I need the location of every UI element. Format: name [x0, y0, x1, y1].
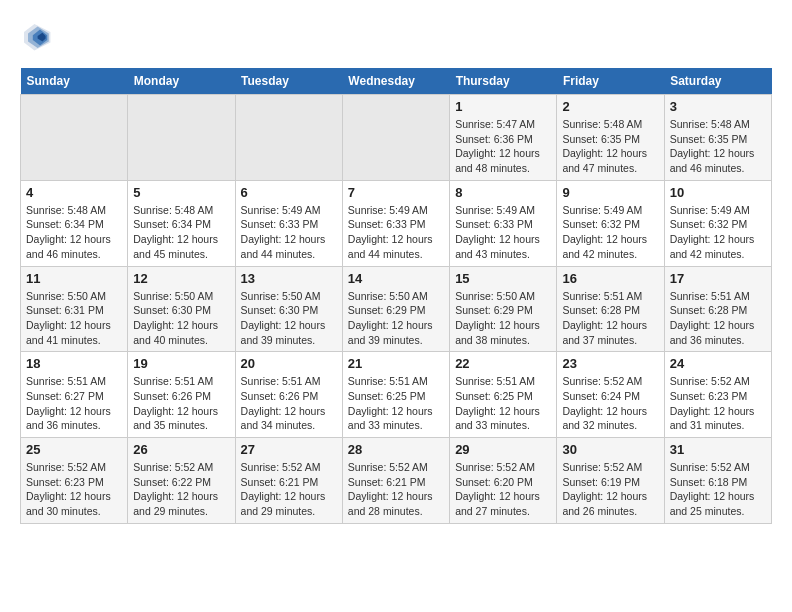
- calendar-cell: 15Sunrise: 5:50 AMSunset: 6:29 PMDayligh…: [450, 266, 557, 352]
- day-number: 18: [26, 356, 122, 371]
- cell-content: Sunrise: 5:51 AMSunset: 6:26 PMDaylight:…: [241, 374, 337, 433]
- calendar-cell: 20Sunrise: 5:51 AMSunset: 6:26 PMDayligh…: [235, 352, 342, 438]
- calendar-cell: 16Sunrise: 5:51 AMSunset: 6:28 PMDayligh…: [557, 266, 664, 352]
- calendar-cell: 19Sunrise: 5:51 AMSunset: 6:26 PMDayligh…: [128, 352, 235, 438]
- calendar-cell: 3Sunrise: 5:48 AMSunset: 6:35 PMDaylight…: [664, 95, 771, 181]
- cell-content: Sunrise: 5:52 AMSunset: 6:22 PMDaylight:…: [133, 460, 229, 519]
- day-number: 5: [133, 185, 229, 200]
- calendar-cell: 7Sunrise: 5:49 AMSunset: 6:33 PMDaylight…: [342, 180, 449, 266]
- cell-content: Sunrise: 5:49 AMSunset: 6:33 PMDaylight:…: [348, 203, 444, 262]
- day-number: 29: [455, 442, 551, 457]
- day-number: 15: [455, 271, 551, 286]
- day-number: 14: [348, 271, 444, 286]
- cell-content: Sunrise: 5:51 AMSunset: 6:26 PMDaylight:…: [133, 374, 229, 433]
- calendar-cell: 18Sunrise: 5:51 AMSunset: 6:27 PMDayligh…: [21, 352, 128, 438]
- day-number: 22: [455, 356, 551, 371]
- calendar-cell: 24Sunrise: 5:52 AMSunset: 6:23 PMDayligh…: [664, 352, 771, 438]
- cell-content: Sunrise: 5:50 AMSunset: 6:31 PMDaylight:…: [26, 289, 122, 348]
- day-number: 8: [455, 185, 551, 200]
- calendar-table: SundayMondayTuesdayWednesdayThursdayFrid…: [20, 68, 772, 524]
- calendar-cell: 25Sunrise: 5:52 AMSunset: 6:23 PMDayligh…: [21, 438, 128, 524]
- weekday-header: Sunday: [21, 68, 128, 95]
- day-number: 27: [241, 442, 337, 457]
- calendar-cell: 2Sunrise: 5:48 AMSunset: 6:35 PMDaylight…: [557, 95, 664, 181]
- weekday-header: Friday: [557, 68, 664, 95]
- calendar-cell: 23Sunrise: 5:52 AMSunset: 6:24 PMDayligh…: [557, 352, 664, 438]
- weekday-header: Wednesday: [342, 68, 449, 95]
- cell-content: Sunrise: 5:50 AMSunset: 6:29 PMDaylight:…: [348, 289, 444, 348]
- weekday-header: Monday: [128, 68, 235, 95]
- cell-content: Sunrise: 5:52 AMSunset: 6:24 PMDaylight:…: [562, 374, 658, 433]
- cell-content: Sunrise: 5:50 AMSunset: 6:29 PMDaylight:…: [455, 289, 551, 348]
- weekday-header: Tuesday: [235, 68, 342, 95]
- day-number: 23: [562, 356, 658, 371]
- cell-content: Sunrise: 5:48 AMSunset: 6:34 PMDaylight:…: [133, 203, 229, 262]
- calendar-cell: 29Sunrise: 5:52 AMSunset: 6:20 PMDayligh…: [450, 438, 557, 524]
- logo-icon: [20, 20, 52, 52]
- calendar-cell: 8Sunrise: 5:49 AMSunset: 6:33 PMDaylight…: [450, 180, 557, 266]
- calendar-cell: [128, 95, 235, 181]
- cell-content: Sunrise: 5:51 AMSunset: 6:27 PMDaylight:…: [26, 374, 122, 433]
- day-number: 25: [26, 442, 122, 457]
- page-header: [20, 20, 772, 52]
- calendar-week-row: 11Sunrise: 5:50 AMSunset: 6:31 PMDayligh…: [21, 266, 772, 352]
- day-number: 11: [26, 271, 122, 286]
- calendar-cell: 4Sunrise: 5:48 AMSunset: 6:34 PMDaylight…: [21, 180, 128, 266]
- calendar-cell: 5Sunrise: 5:48 AMSunset: 6:34 PMDaylight…: [128, 180, 235, 266]
- cell-content: Sunrise: 5:48 AMSunset: 6:34 PMDaylight:…: [26, 203, 122, 262]
- cell-content: Sunrise: 5:51 AMSunset: 6:28 PMDaylight:…: [670, 289, 766, 348]
- cell-content: Sunrise: 5:48 AMSunset: 6:35 PMDaylight:…: [562, 117, 658, 176]
- calendar-cell: 22Sunrise: 5:51 AMSunset: 6:25 PMDayligh…: [450, 352, 557, 438]
- day-number: 12: [133, 271, 229, 286]
- cell-content: Sunrise: 5:49 AMSunset: 6:32 PMDaylight:…: [670, 203, 766, 262]
- cell-content: Sunrise: 5:52 AMSunset: 6:19 PMDaylight:…: [562, 460, 658, 519]
- calendar-cell: 6Sunrise: 5:49 AMSunset: 6:33 PMDaylight…: [235, 180, 342, 266]
- cell-content: Sunrise: 5:52 AMSunset: 6:20 PMDaylight:…: [455, 460, 551, 519]
- logo: [20, 20, 56, 52]
- day-number: 28: [348, 442, 444, 457]
- day-number: 9: [562, 185, 658, 200]
- calendar-cell: 10Sunrise: 5:49 AMSunset: 6:32 PMDayligh…: [664, 180, 771, 266]
- day-number: 24: [670, 356, 766, 371]
- calendar-header-row: SundayMondayTuesdayWednesdayThursdayFrid…: [21, 68, 772, 95]
- cell-content: Sunrise: 5:49 AMSunset: 6:32 PMDaylight:…: [562, 203, 658, 262]
- cell-content: Sunrise: 5:52 AMSunset: 6:23 PMDaylight:…: [670, 374, 766, 433]
- calendar-cell: 28Sunrise: 5:52 AMSunset: 6:21 PMDayligh…: [342, 438, 449, 524]
- day-number: 10: [670, 185, 766, 200]
- calendar-week-row: 1Sunrise: 5:47 AMSunset: 6:36 PMDaylight…: [21, 95, 772, 181]
- calendar-cell: 11Sunrise: 5:50 AMSunset: 6:31 PMDayligh…: [21, 266, 128, 352]
- calendar-cell: 14Sunrise: 5:50 AMSunset: 6:29 PMDayligh…: [342, 266, 449, 352]
- calendar-cell: 12Sunrise: 5:50 AMSunset: 6:30 PMDayligh…: [128, 266, 235, 352]
- calendar-cell: 1Sunrise: 5:47 AMSunset: 6:36 PMDaylight…: [450, 95, 557, 181]
- calendar-week-row: 25Sunrise: 5:52 AMSunset: 6:23 PMDayligh…: [21, 438, 772, 524]
- calendar-cell: 31Sunrise: 5:52 AMSunset: 6:18 PMDayligh…: [664, 438, 771, 524]
- calendar-cell: [235, 95, 342, 181]
- calendar-cell: 17Sunrise: 5:51 AMSunset: 6:28 PMDayligh…: [664, 266, 771, 352]
- cell-content: Sunrise: 5:52 AMSunset: 6:21 PMDaylight:…: [241, 460, 337, 519]
- day-number: 13: [241, 271, 337, 286]
- calendar-cell: 13Sunrise: 5:50 AMSunset: 6:30 PMDayligh…: [235, 266, 342, 352]
- cell-content: Sunrise: 5:50 AMSunset: 6:30 PMDaylight:…: [133, 289, 229, 348]
- calendar-cell: 26Sunrise: 5:52 AMSunset: 6:22 PMDayligh…: [128, 438, 235, 524]
- day-number: 26: [133, 442, 229, 457]
- day-number: 4: [26, 185, 122, 200]
- calendar-cell: 27Sunrise: 5:52 AMSunset: 6:21 PMDayligh…: [235, 438, 342, 524]
- cell-content: Sunrise: 5:52 AMSunset: 6:23 PMDaylight:…: [26, 460, 122, 519]
- cell-content: Sunrise: 5:52 AMSunset: 6:21 PMDaylight:…: [348, 460, 444, 519]
- day-number: 17: [670, 271, 766, 286]
- day-number: 3: [670, 99, 766, 114]
- cell-content: Sunrise: 5:52 AMSunset: 6:18 PMDaylight:…: [670, 460, 766, 519]
- calendar-cell: 9Sunrise: 5:49 AMSunset: 6:32 PMDaylight…: [557, 180, 664, 266]
- calendar-cell: [21, 95, 128, 181]
- cell-content: Sunrise: 5:51 AMSunset: 6:25 PMDaylight:…: [455, 374, 551, 433]
- weekday-header: Thursday: [450, 68, 557, 95]
- day-number: 7: [348, 185, 444, 200]
- day-number: 31: [670, 442, 766, 457]
- cell-content: Sunrise: 5:51 AMSunset: 6:25 PMDaylight:…: [348, 374, 444, 433]
- weekday-header: Saturday: [664, 68, 771, 95]
- day-number: 19: [133, 356, 229, 371]
- day-number: 30: [562, 442, 658, 457]
- day-number: 2: [562, 99, 658, 114]
- calendar-cell: 30Sunrise: 5:52 AMSunset: 6:19 PMDayligh…: [557, 438, 664, 524]
- calendar-week-row: 18Sunrise: 5:51 AMSunset: 6:27 PMDayligh…: [21, 352, 772, 438]
